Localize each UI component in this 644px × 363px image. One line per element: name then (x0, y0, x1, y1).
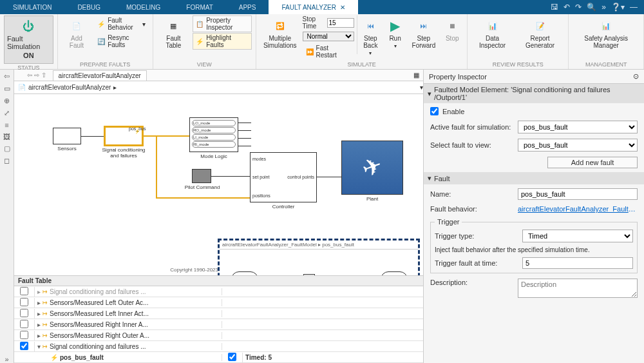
fault-table-button[interactable]: ▦ Fault Table (157, 15, 191, 52)
search-icon[interactable]: 🔍 (587, 3, 596, 12)
data-inspector-icon: 📊 (485, 18, 500, 34)
fault-behavior-button[interactable]: ⚡ Fault Behavior ▾ (94, 15, 149, 32)
fault-section[interactable]: ▾ Fault (424, 172, 644, 184)
add-fault-button[interactable]: 📄 Add Fault (62, 15, 91, 52)
zoom-icon[interactable]: ⊕ (4, 97, 10, 105)
doc-menu-icon[interactable]: ▦ (413, 72, 419, 79)
block-plant[interactable] (341, 141, 403, 195)
tab-debug[interactable]: DEBUG (64, 0, 113, 14)
row-enable-checkbox[interactable] (20, 287, 28, 295)
ribbon-group-view: ▦ Fault Table 📋 Property Inspector ⚡ Hig… (153, 14, 256, 69)
tab-modeling[interactable]: MODELING (113, 0, 173, 14)
tab-simulation[interactable]: SIMULATION (0, 0, 64, 14)
table-row[interactable]: ▸ ↦ Sensors/Measured Left Outer Ac... (14, 297, 423, 308)
fault-enabled-checkbox[interactable] (228, 353, 236, 361)
block-controller[interactable]: modes set point positions control points (250, 152, 317, 202)
step-back-button[interactable]: ⏮ Step Back ▾ (359, 15, 381, 59)
annotate-icon[interactable]: ≡ (5, 121, 8, 129)
table-row[interactable]: ▸ ↦ Sensors/Measured Right Inner A... (14, 319, 423, 330)
trigger-time-input[interactable] (522, 257, 633, 269)
multiple-simulations-button[interactable]: 🔁 Multiple Simulations (260, 15, 300, 52)
row-enable-checkbox[interactable] (20, 298, 28, 306)
dropdown-icon[interactable]: ▾ (420, 84, 423, 91)
row-enable-checkbox[interactable] (20, 342, 28, 350)
table-row[interactable]: ▸ ↦ Sensors/Measured Left Inner Act... (14, 308, 423, 319)
wire-highlight-h (156, 197, 250, 199)
enable-checkbox[interactable] (430, 107, 439, 115)
row-enable-checkbox[interactable] (20, 309, 28, 317)
faulted-element-section[interactable]: ▾ Faulted Model Element: 'Signal conditi… (424, 84, 644, 103)
resync-faults-button[interactable]: 🔄 Resync Faults (94, 33, 149, 50)
save-icon[interactable]: 🖫 (551, 3, 558, 12)
highlight-faults-button[interactable]: ⚡ Highlight Faults (193, 33, 252, 50)
property-inspector-button[interactable]: 📋 Property Inspector (193, 15, 252, 32)
redo-icon[interactable]: ↷ (575, 3, 582, 12)
close-icon[interactable]: ✕ (340, 4, 345, 11)
step-back-icon: ⏮ (363, 18, 378, 34)
table-row[interactable]: ▾ ↦ Signal conditioning and failures ... (14, 341, 423, 352)
table-row[interactable]: ▸ ↦ Sensors/Measured Right Outer A... (14, 330, 423, 341)
ribbon-group-prepare: 📄 Add Fault ⚡ Fault Behavior ▾ 🔄 Resync … (58, 14, 153, 69)
select-fault-select[interactable]: pos_bus_fault (518, 139, 638, 152)
main-tab-bar: SIMULATION DEBUG MODELING FORMAT APPS FA… (0, 0, 644, 14)
fault-behavior-link[interactable]: aircraftElevatorFaultAnalyzer_FaultModel… (518, 205, 638, 213)
data-inspector-button[interactable]: 📊 Data Inspector (471, 15, 513, 52)
run-button[interactable]: ▶ Run ▾ (384, 15, 406, 52)
safety-manager-button[interactable]: 📊 Safety Analysis Manager (573, 15, 639, 52)
ribbon-group-status: ⏻ Fault Simulation ON STATUS (0, 14, 58, 69)
fault-name-input[interactable] (518, 188, 638, 200)
viewmark-icon[interactable]: ◻ (4, 157, 10, 165)
wire (81, 136, 104, 137)
stop-button[interactable]: ⏹ Stop (441, 15, 463, 44)
wire (238, 130, 251, 131)
collapse-icon: ▾ (428, 174, 431, 182)
model-icon: 📄 (18, 84, 26, 91)
forward-icon[interactable]: » (601, 3, 606, 12)
label-pilot-cmd: Pilot Command (183, 184, 222, 190)
fast-restart-button[interactable]: ⏩ Fast Restart (303, 43, 354, 60)
ground-block[interactable]: ⏚ (303, 274, 315, 275)
block-sensors[interactable] (53, 128, 81, 144)
description-textarea[interactable] (518, 279, 638, 298)
label-sensors: Sensors (46, 146, 88, 152)
tab-fault-analyzer[interactable]: FAULT ANALYZER ✕ (269, 0, 357, 14)
lightning-icon: ⚡ (97, 21, 105, 28)
label-signal-cond: Signal conditioning and failures (98, 147, 149, 159)
tab-format[interactable]: FORMAT (173, 0, 225, 14)
image-icon[interactable]: 🖼 (3, 133, 10, 141)
chevron-right-icon: ▸ (113, 84, 117, 91)
expand-icon[interactable]: » (5, 355, 8, 363)
trigger-type-select[interactable]: Timed (522, 230, 633, 242)
fault-simulation-toggle[interactable]: ⏻ Fault Simulation ON (4, 15, 53, 64)
nav-back-icon[interactable]: ⇦ (4, 72, 10, 81)
row-enable-checkbox[interactable] (20, 331, 28, 339)
minimize-icon[interactable]: — (630, 3, 638, 12)
table-row-fault[interactable]: ⚡ pos_bus_fault Timed: 5 (14, 352, 423, 363)
area-icon[interactable]: ▢ (4, 144, 10, 153)
table-row[interactable]: ▸ ↦ Signal conditioning and failures ... (14, 286, 423, 297)
undo-icon[interactable]: ↶ (564, 3, 570, 12)
panel-options-icon[interactable]: ⊙ (633, 72, 639, 81)
nav-arrows[interactable]: ⇦ ⇨ ⇧ (27, 72, 46, 79)
report-generator-button[interactable]: 📝 Report Generator (516, 15, 564, 52)
model-breadcrumb[interactable]: 📄 aircraftElevatorFaultAnalyzer ▸ ▾ (14, 81, 423, 94)
simulation-mode-select[interactable]: Normal (303, 32, 354, 41)
tab-apps[interactable]: APPS (226, 0, 269, 14)
add-new-fault-button[interactable]: Add new fault (547, 157, 638, 168)
fault-inport-block[interactable]: ↦ (231, 271, 258, 275)
model-canvas[interactable]: Sensors ⚡ Signal conditioning and failur… (14, 94, 423, 275)
block-pilot-command[interactable] (192, 169, 211, 183)
step-forward-button[interactable]: ⏭ Step Forward (409, 15, 439, 52)
model-document-tab[interactable]: aircraftElevatorFaultAnalyzer (53, 70, 147, 81)
document-tabs: ⇦ ⇨ ⇧ aircraftElevatorFaultAnalyzer ▦ (14, 70, 423, 81)
fit-icon[interactable]: ⤢ (4, 109, 10, 117)
label-controller: Controller (250, 204, 317, 210)
active-fault-select[interactable]: pos_bus_fault (518, 121, 638, 133)
block-mode-logic[interactable]: LO_mode RO_mode LI_mode RI_mode (189, 117, 238, 152)
row-enable-checkbox[interactable] (20, 320, 28, 328)
stop-time-input[interactable] (327, 18, 354, 28)
fault-model-inset[interactable]: aircraftElevatorFaultAnalyzer_FaultModel… (218, 239, 420, 275)
help-icon[interactable]: ❔▾ (611, 3, 625, 12)
fault-outport-block[interactable]: ↥ (381, 271, 408, 275)
explorer-icon[interactable]: ▭ (4, 84, 10, 93)
